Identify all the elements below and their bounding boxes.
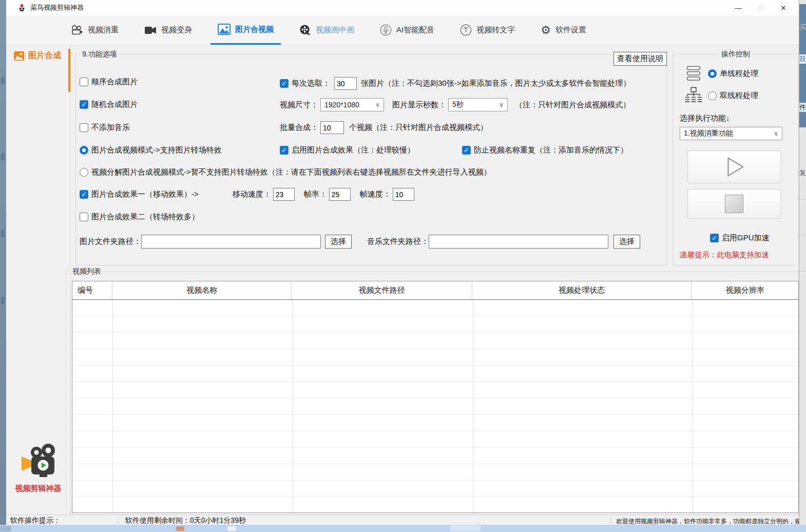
effect-one-label: 图片合成效果一（移动效果）-> bbox=[91, 189, 199, 199]
mode-decompose-radio[interactable] bbox=[80, 168, 88, 177]
help-button[interactable]: 查看使用说明 bbox=[613, 52, 667, 66]
edge-line bbox=[799, 199, 806, 200]
app-window: 菜鸟视频剪辑神器 — □ ✕ 视频消重 bbox=[6, 0, 799, 525]
sidebar-active-accent bbox=[68, 49, 70, 92]
status-separator bbox=[611, 516, 612, 524]
film-reel-icon bbox=[299, 24, 311, 36]
chevron-down-icon: ∨ bbox=[371, 101, 380, 108]
move-speed-input[interactable] bbox=[273, 188, 295, 201]
move-speed-label: 移动速度： bbox=[233, 189, 271, 199]
single-thread-label: 单线程处理 bbox=[720, 69, 758, 79]
tab-video-dedup[interactable]: 视频消重 bbox=[64, 15, 126, 45]
minimize-button[interactable]: — bbox=[727, 0, 750, 15]
no-music-row: 不添加音乐 bbox=[80, 123, 130, 132]
stacked-layers-icon bbox=[684, 65, 703, 82]
status-left-label: 软件操作提示： bbox=[10, 516, 61, 525]
sidebar-item-label: 图片合成 bbox=[28, 50, 61, 61]
desktop-edge-right: 买 鼓 件 复 bbox=[799, 0, 806, 525]
video-table: 编号 视频名称 视频文件路径 视频处理状态 视频分辨率 bbox=[72, 281, 799, 513]
video-table-body[interactable] bbox=[72, 300, 798, 512]
window-controls: — □ ✕ bbox=[727, 0, 795, 15]
sidebar: 图片合成 视频剪辑神器 bbox=[6, 45, 70, 515]
control-panel-groupbox: 操作控制 单线程处理 双线程处理 bbox=[673, 54, 799, 265]
frame-rate-input[interactable] bbox=[329, 188, 351, 201]
effect-two-row: 图片合成效果二（转场特效多） bbox=[80, 212, 199, 222]
chevron-down-icon: ∨ bbox=[495, 101, 504, 108]
col-header-path: 视频文件路径 bbox=[292, 281, 472, 299]
select-function-label: 选择执行功能↓ bbox=[680, 113, 730, 123]
music-path-browse-button[interactable]: 选择 bbox=[613, 235, 640, 249]
close-button[interactable]: ✕ bbox=[772, 0, 795, 15]
tab-label: 视频画中画 bbox=[316, 25, 354, 35]
pick-count-checkbox[interactable] bbox=[280, 79, 289, 88]
image-path-label: 图片文件夹路径： bbox=[80, 237, 141, 246]
function-select[interactable]: 1.视频消重功能 ∨ bbox=[680, 127, 782, 140]
mode-image-label: 图片合成视频模式->支持图片转场特效 bbox=[91, 145, 222, 155]
col-header-resolution: 视频分辨率 bbox=[692, 281, 798, 299]
prevent-dup-checkbox[interactable] bbox=[462, 146, 471, 155]
col-header-index: 编号 bbox=[72, 281, 112, 299]
seconds-value: 5秒 bbox=[452, 100, 464, 109]
effect-two-label: 图片合成效果二（转场特效多） bbox=[91, 212, 199, 222]
single-thread-row: 单线程处理 bbox=[684, 65, 758, 82]
tab-ai-dubbing[interactable]: AI智能配音 bbox=[373, 15, 442, 45]
desktop-edge-mark bbox=[1, 77, 5, 84]
enable-effect-checkbox[interactable] bbox=[280, 146, 289, 155]
edge-line bbox=[799, 235, 806, 236]
stop-icon bbox=[725, 195, 743, 213]
main-tabbar: 视频消重 视频变身 图片合视频 bbox=[6, 15, 799, 45]
tab-pip[interactable]: 视频画中画 bbox=[292, 15, 361, 45]
seconds-select[interactable]: 5秒 ∨ bbox=[448, 98, 508, 111]
random-compose-checkbox[interactable] bbox=[80, 100, 88, 109]
column-divider bbox=[473, 300, 473, 512]
video-size-select[interactable]: 1920*1080 ∨ bbox=[320, 98, 384, 111]
tab-label: 视频消重 bbox=[88, 25, 119, 35]
maximize-button[interactable]: □ bbox=[750, 0, 772, 15]
start-button[interactable] bbox=[687, 150, 781, 183]
taskbar-item bbox=[0, 526, 11, 531]
seq-compose-label: 顺序合成图片 bbox=[91, 77, 138, 87]
stop-button[interactable] bbox=[687, 189, 781, 219]
random-compose-row: 随机合成图片 bbox=[80, 100, 138, 109]
enable-effect-label: 启用图片合成效果（注：处理较慢） bbox=[292, 145, 415, 155]
letter-t-circle-icon bbox=[460, 24, 472, 36]
desktop-edge-mark bbox=[1, 153, 5, 160]
column-divider bbox=[112, 300, 113, 512]
seq-compose-checkbox[interactable] bbox=[80, 78, 88, 86]
sidebar-logo-label: 视频剪辑神器 bbox=[6, 484, 70, 493]
gpu-label: 启用GPU加速 bbox=[722, 233, 770, 243]
edge-line bbox=[799, 271, 806, 272]
no-music-checkbox[interactable] bbox=[80, 123, 88, 132]
frame-speed-input[interactable] bbox=[393, 188, 414, 201]
effect-two-checkbox[interactable] bbox=[80, 213, 88, 221]
seconds-note: （注：只针对图片合成视频模式） bbox=[515, 100, 630, 110]
microphone-icon bbox=[380, 24, 392, 36]
sidebar-item-image-compose[interactable]: 图片合成 bbox=[13, 50, 61, 61]
mode-decompose-label: 视频分解图片合成视频模式->暂不支持图片转场特效（注：请在下面视频列表右键选择视… bbox=[91, 167, 491, 177]
effect-one-checkbox[interactable] bbox=[80, 190, 88, 199]
music-path-input[interactable] bbox=[429, 235, 608, 249]
tab-label: 视频变身 bbox=[161, 25, 192, 35]
image-path-input[interactable] bbox=[141, 235, 321, 249]
mode-image-radio[interactable] bbox=[80, 146, 88, 155]
batch-row: 批量合成： 个视频（注：只针对图片合成视频模式） bbox=[280, 121, 488, 134]
window-title: 菜鸟视频剪辑神器 bbox=[30, 3, 84, 12]
pick-count-suffix: 张图片（注：不勾选则30张->如果添加音乐，图片太少或太多软件会智能处理） bbox=[361, 79, 630, 88]
taskbar-item bbox=[450, 525, 481, 531]
tab-video-to-text[interactable]: 视频转文字 bbox=[453, 15, 522, 45]
frame-rate-label: 帧率： bbox=[304, 189, 327, 199]
taskbar[interactable] bbox=[0, 525, 806, 532]
dual-thread-radio[interactable] bbox=[708, 91, 717, 100]
single-thread-radio[interactable] bbox=[708, 69, 717, 78]
pick-count-row: 每次选取： 张图片（注：不勾选则30张->如果添加音乐，图片太少或太多软件会智能… bbox=[280, 77, 630, 90]
gpu-checkbox[interactable] bbox=[710, 234, 719, 242]
batch-input[interactable] bbox=[320, 121, 344, 134]
movie-camera-logo-icon bbox=[17, 444, 60, 481]
batch-suffix: 个视频（注：只针对图片合成视频模式） bbox=[349, 123, 488, 132]
image-path-browse-button[interactable]: 选择 bbox=[325, 235, 352, 249]
tab-settings[interactable]: ⚙ 软件设置 bbox=[533, 15, 593, 45]
pick-count-input[interactable] bbox=[334, 77, 357, 90]
tab-video-transform[interactable]: 视频变身 bbox=[137, 15, 199, 45]
image-icon bbox=[218, 24, 231, 35]
tab-image-to-video[interactable]: 图片合视频 bbox=[210, 15, 281, 45]
